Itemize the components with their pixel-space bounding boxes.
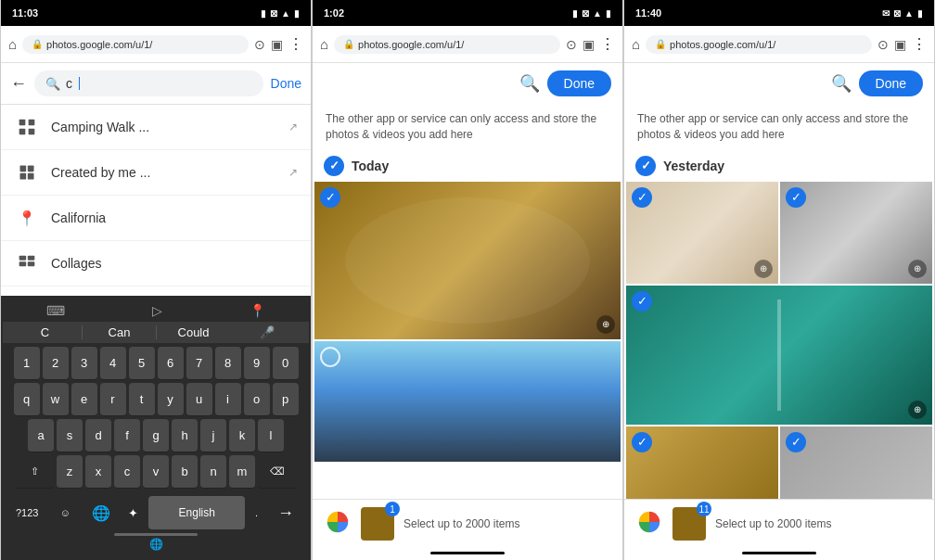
url-box-1[interactable]: 🔒 photos.google.com/u/1/ [22, 35, 249, 54]
done-text-1[interactable]: Done [271, 76, 301, 91]
done-button-3[interactable]: Done [859, 70, 923, 96]
menu-dots-2[interactable]: ⋮ [600, 35, 615, 53]
url-box-2[interactable]: 🔒 photos.google.com/u/1/ [334, 35, 560, 54]
search-icon-3[interactable]: 🔍 [831, 73, 852, 94]
url-box-3[interactable]: 🔒 photos.google.com/u/1/ [646, 35, 872, 54]
kb-key-u[interactable]: u [186, 383, 212, 416]
photo-partial1[interactable]: ✓ [626, 426, 778, 499]
kb-key-r[interactable]: r [100, 383, 126, 416]
kb-key-i[interactable]: i [215, 383, 241, 416]
desktop3-icon[interactable]: ▣ [894, 37, 906, 52]
photo-beach1[interactable]: ✓ ⊕ [626, 182, 778, 284]
photos-grid-3: ✓ ⊕ ✓ ⊕ ✓ ⊕ ✓ ✓ [624, 182, 934, 499]
kb-key-1[interactable]: 1 [14, 347, 40, 380]
kb-key-m[interactable]: m [229, 455, 255, 489]
kb-key-f[interactable]: f [114, 419, 140, 452]
kb-space[interactable]: English [148, 496, 244, 529]
kb-key-h[interactable]: h [172, 419, 198, 452]
kb-key-o[interactable]: o [244, 383, 270, 416]
home3-icon[interactable]: ⌂ [632, 36, 640, 52]
translate2-icon[interactable]: ⊙ [566, 37, 577, 52]
section-label-2: Today [352, 159, 389, 173]
photo-beach2[interactable]: ✓ ⊕ [780, 182, 932, 284]
kb-key-8[interactable]: 8 [215, 347, 241, 380]
menu-dots-1[interactable]: ⋮ [288, 35, 303, 53]
suggestion-camping[interactable]: Camping Walk ... ↗ [1, 105, 311, 150]
kb-sym-key[interactable]: ?123 [8, 496, 45, 529]
home2-icon[interactable]: ⌂ [320, 36, 328, 52]
kb-key-g[interactable]: g [143, 419, 169, 452]
kb-key-6[interactable]: 6 [158, 347, 184, 380]
kb-sticker-key[interactable]: ✦ [121, 496, 146, 529]
search-wrapper[interactable]: 🔍 c [34, 70, 263, 96]
home-icon[interactable]: ⌂ [8, 36, 17, 52]
kb-key-5[interactable]: 5 [129, 347, 155, 380]
suggestion-california[interactable]: 📍 California [1, 196, 311, 241]
kb-key-a[interactable]: a [28, 419, 54, 452]
kb-sugg-could[interactable]: Could [157, 325, 230, 339]
photo-partial2[interactable]: ✓ [780, 426, 932, 499]
translate-icon[interactable]: ⊙ [254, 37, 265, 52]
suggestion-text-collages: Collages [51, 256, 298, 271]
kb-backspace[interactable]: ⌫ [258, 455, 297, 489]
kb-key-3[interactable]: 3 [71, 347, 97, 380]
kb-key-d[interactable]: d [85, 419, 111, 452]
kb-key-2[interactable]: 2 [43, 347, 69, 380]
kb-key-j[interactable]: j [200, 419, 226, 452]
kb-key-4[interactable]: 4 [100, 347, 126, 380]
suggestion-created[interactable]: Created by me ... ↗ [1, 150, 311, 196]
status-bar-1: 11:03 ▮ ⊠ ▲ ▮ [1, 0, 311, 26]
kb-key-e[interactable]: e [71, 383, 97, 416]
menu-dots-3[interactable]: ⋮ [912, 35, 927, 53]
kb-key-9[interactable]: 9 [244, 347, 270, 380]
access-notice-3: The other app or service can only access… [624, 104, 934, 150]
desktop-icon[interactable]: ▣ [271, 37, 283, 52]
kb-icon-cursor[interactable]: ▷ [152, 303, 162, 318]
kb-key-n[interactable]: n [200, 455, 226, 489]
photo-aerial[interactable]: ✓ ⊕ [626, 286, 932, 425]
svg-rect-0 [19, 120, 26, 126]
home-line-3 [624, 548, 934, 560]
battery2-icon: ▮ [606, 8, 611, 19]
kb-key-z[interactable]: z [57, 455, 83, 489]
kb-key-x[interactable]: x [85, 455, 111, 489]
kb-key-l[interactable]: l [258, 419, 284, 452]
gp-logo-3 [635, 508, 663, 540]
kb-emoji-key[interactable]: ☺ [48, 496, 82, 529]
kb-key-w[interactable]: w [43, 383, 69, 416]
kb-key-b[interactable]: b [172, 455, 198, 489]
kb-key-v[interactable]: v [143, 455, 169, 489]
kb-key-s[interactable]: s [57, 419, 83, 452]
back-button[interactable]: ← [10, 74, 27, 94]
desktop2-icon[interactable]: ▣ [583, 37, 595, 52]
kb-key-c[interactable]: c [114, 455, 140, 489]
kb-sugg-c[interactable]: C [8, 325, 82, 339]
suggestion-creations[interactable]: ✦ Creations [1, 286, 311, 296]
kb-period[interactable]: . [248, 496, 265, 529]
kb-key-0[interactable]: 0 [273, 347, 299, 380]
kb-key-k[interactable]: k [229, 419, 255, 452]
kb-key-q[interactable]: q [14, 383, 40, 416]
kb-key-p[interactable]: p [273, 383, 299, 416]
kb-key-t[interactable]: t [129, 383, 155, 416]
search-icon-2[interactable]: 🔍 [519, 73, 540, 94]
created-icon [14, 159, 40, 185]
translate3-icon[interactable]: ⊙ [877, 37, 889, 52]
kb-icon-key[interactable]: ⌨ [46, 303, 65, 318]
kb-key-7[interactable]: 7 [186, 347, 212, 380]
photo-food[interactable]: ✓ ⊕ [314, 182, 621, 339]
url-text-2: photos.google.com/u/1/ [358, 39, 464, 50]
suggestion-collages[interactable]: Collages [1, 241, 311, 286]
kb-globe-key[interactable]: 🌐 [84, 496, 118, 529]
kb-shift[interactable]: ⇧ [15, 455, 54, 489]
done-button-2[interactable]: Done [547, 70, 611, 96]
kb-sugg-can[interactable]: Can [82, 325, 157, 339]
svg-rect-11 [28, 261, 35, 266]
photo-city[interactable] [314, 341, 621, 462]
kb-enter[interactable]: → [268, 496, 303, 529]
kb-mic[interactable]: 🎤 [230, 325, 303, 339]
zoom-aerial: ⊕ [908, 401, 927, 419]
kb-key-y[interactable]: y [158, 383, 184, 416]
kb-icon-pin[interactable]: 📍 [250, 303, 265, 318]
photo-row-half: ✓ ⊕ ✓ ⊕ [626, 182, 932, 284]
